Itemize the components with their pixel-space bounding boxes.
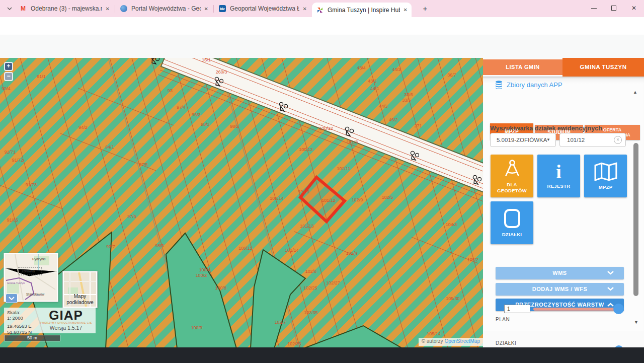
parcel-label: 102/9	[352, 197, 363, 202]
lodz-icon: łdz	[218, 5, 226, 13]
folded-map-icon	[594, 162, 617, 181]
minimap-label: Stanisławów	[26, 293, 44, 296]
parcel-label: 100/15	[238, 246, 253, 251]
parcel-label: 105/30	[446, 296, 460, 301]
tab-title: Gmina Tuszyn | Inspire Hub – P	[328, 7, 400, 14]
map-info-panel: Skala: 1: 2000 19.46563 E 51.60715 N GIA…	[4, 308, 96, 333]
tab-active-gmina-tuszyn[interactable]: Gmina Tuszyn | Inspire Hub – P ✕	[312, 3, 412, 17]
parcel-label: 94/1	[105, 144, 114, 150]
parcel-label: 96/3	[192, 112, 201, 117]
osm-link[interactable]: OpenStreetMap	[444, 338, 480, 344]
tab-title: Geoportal Województwa Łódzk	[230, 5, 299, 12]
tab-close-icon[interactable]: ✕	[106, 6, 110, 12]
parcel-label: 101/13	[300, 224, 314, 229]
map-canvas[interactable]: 91/1 90/4 16/1 260/3 93 97/4 96/3 98/3 9…	[0, 58, 483, 347]
parcel-label: 97/4	[177, 105, 186, 110]
wms-accordion[interactable]: WMS	[496, 267, 624, 279]
new-tab-button[interactable]: +	[421, 4, 430, 13]
parcel-label: 43/2	[368, 79, 377, 84]
coordinate-north: 51.60715 N	[7, 329, 39, 335]
parcel-label: 16/1	[202, 58, 211, 62]
scroll-down-icon[interactable]: ▼	[634, 320, 638, 325]
window-minimize-button[interactable]	[584, 0, 604, 16]
parcel-label: 101/11	[337, 166, 351, 171]
parcel-label: 101/9	[298, 189, 310, 194]
mpzp-button[interactable]: MPZP	[584, 155, 627, 197]
slider-handle[interactable]	[613, 304, 624, 314]
tab-close-icon[interactable]: ✕	[404, 7, 408, 13]
basemap-label: Mapy podkładowe	[64, 294, 96, 305]
basemap-switcher[interactable]: Mapy podkładowe	[63, 271, 97, 308]
datasets-app-link[interactable]: Zbiory danych APP	[495, 81, 562, 89]
tab-title: Odebrane (3) - majewska.moni	[31, 5, 102, 12]
tab-gmina-tuszyn[interactable]: GMINA TUSZYN	[562, 58, 644, 77]
parcel-outline-icon	[504, 208, 521, 229]
parcel-label: 101/8	[347, 139, 358, 144]
parcel-label: 271	[414, 123, 422, 128]
parcel-label: 33/6	[404, 92, 413, 97]
sidebar-scrollbar[interactable]	[633, 143, 638, 296]
parcel-label: 45/2	[389, 117, 398, 122]
chevron-down-icon	[607, 271, 614, 275]
parcel-label: 100/13	[299, 147, 313, 152]
parcel-label: 102/35	[304, 310, 318, 315]
chevron-down-icon	[607, 287, 614, 291]
parcel-label: 44/1	[370, 86, 379, 91]
dzialki-button[interactable]: DZIAŁKI	[491, 201, 533, 244]
rejestr-button[interactable]: i REJESTR	[537, 155, 580, 197]
clear-input-icon[interactable]: ✕	[614, 136, 622, 144]
tab-geoportal[interactable]: łdz Geoportal Województwa Łódzk ✕	[214, 0, 311, 17]
parcel-label: 100/2	[196, 273, 207, 278]
parcel-label: 102/4	[346, 251, 358, 256]
parcel-label: 33/5	[402, 98, 411, 103]
parcel-label: 100/9	[191, 325, 203, 330]
survey-point-icon	[150, 58, 159, 67]
zoom-out-button[interactable]: −	[4, 72, 13, 81]
parcel-label: 97/7	[106, 244, 115, 249]
tab-lista-gmin[interactable]: LISTA GMIN	[483, 59, 562, 75]
map-scalebar: 50 m	[4, 335, 60, 341]
dla-geodetow-button[interactable]: DLAGEODETÓW	[491, 155, 533, 197]
tab-portal[interactable]: Portal Województwa - Geoport ✕	[116, 0, 212, 17]
parcel-label: 91/65	[7, 217, 19, 223]
precinct-select[interactable]: 5.0019-ZOFIÓWKA ▼	[490, 133, 556, 147]
window-maximize-button[interactable]	[604, 0, 624, 16]
zoom-in-button[interactable]: +	[4, 62, 13, 71]
geoportal-toolbar: INSPIREHUB Gmina Tuszyn Wybierz język Te…	[0, 35, 644, 58]
dodaj-wms-wfs-accordion[interactable]: DODAJ WMS / WFS	[496, 283, 624, 296]
survey-point-icon	[279, 102, 288, 115]
parcel-label: 102/8	[305, 269, 317, 274]
parcel-label: 104/3	[446, 222, 457, 227]
parcel-label: 98/5	[155, 243, 164, 248]
parcel-label: 43/4	[357, 65, 366, 70]
parcel-label: 91/1	[37, 74, 46, 79]
parcel-label: 100/4	[199, 267, 211, 272]
parcel-label: 91/73	[26, 182, 37, 187]
parcel-label: 100/12	[319, 126, 333, 131]
info-icon: i	[556, 163, 561, 180]
plan-opacity-slider[interactable]	[533, 308, 623, 311]
parcel-label: 91/72	[12, 158, 24, 163]
geodesy-compass-icon	[501, 159, 523, 179]
survey-point-icon	[214, 77, 223, 90]
scroll-up-icon[interactable]: ▲	[633, 90, 637, 95]
tab-search-icon[interactable]	[5, 4, 14, 13]
window-close-button[interactable]: ✕	[624, 0, 644, 16]
tab-close-icon[interactable]: ✕	[303, 6, 307, 12]
version-label: Wersja 1.5.17	[39, 325, 93, 331]
parcel-label: 100/14	[270, 196, 284, 201]
parcel-label: 105/14	[427, 331, 441, 336]
coordinate-east: 19.46563 E	[7, 323, 39, 329]
giap-slogan: TWORZYMY OPROGRAMOWANIE GIS	[39, 321, 93, 324]
minimap-label: Rydzynki	[32, 257, 45, 261]
parcel-label: 44/2	[392, 67, 401, 72]
minimap-collapse-button[interactable]	[6, 294, 18, 303]
parcel-label: 44/3	[379, 104, 388, 109]
tab-gmail[interactable]: M Odebrane (3) - majewska.moni ✕	[15, 0, 114, 17]
parcel-label: 101/14	[285, 248, 299, 253]
parcel-label: 36/7	[447, 72, 456, 78]
tab-close-icon[interactable]: ✕	[204, 6, 208, 12]
parcel-label: 98/2	[230, 124, 239, 129]
plan-opacity-input[interactable]	[504, 305, 530, 313]
sidebar-panel: Zbiory danych APP ▲ MPZP STUDIUM OFERTA …	[483, 77, 644, 331]
